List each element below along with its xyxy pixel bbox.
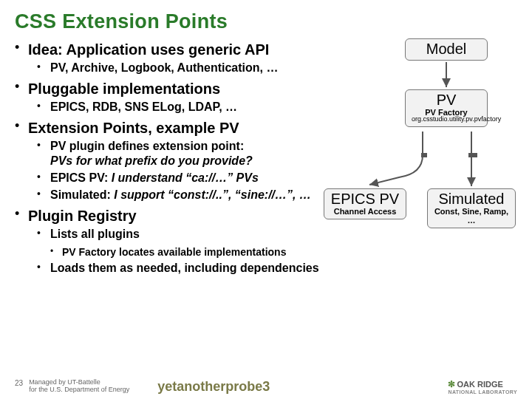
diagram-box-epics: EPICS PV Channel Access: [324, 188, 406, 219]
bullet-extpoints: Extension Points, example PV: [28, 119, 239, 137]
bullet-idea: Idea: Application uses generic API: [28, 41, 269, 59]
bullet-list: • Idea: Application uses generic API • P…: [15, 41, 517, 276]
bullet-registry-loads: Loads them as needed, including dependen…: [50, 261, 319, 276]
oakridge-logo: OAK RIDGE NATIONAL LABORATORY: [448, 379, 517, 395]
footer-managed: Managed by UT-Battellefor the U.S. Depar…: [29, 379, 129, 394]
slide-title: CSS Extension Points: [15, 10, 517, 33]
bullet-epicspv: EPICS PV: I understand “ca://…” PVs: [50, 171, 259, 185]
bullet-registry-factory: PV Factory locates available implementat…: [62, 246, 286, 258]
bullet-pluggable: Pluggable implementations: [28, 80, 220, 98]
bullet-registry-lists: Lists all plugins: [50, 227, 140, 242]
slide-number: 23: [15, 379, 23, 387]
bullet-registry: Plugin Registry: [28, 207, 137, 225]
diagram-box-model: Model: [405, 38, 488, 61]
footer-probe: yetanotherprobe3: [157, 379, 270, 395]
diagram-box-simulated: Simulated Const, Sine, Ramp, …: [427, 188, 516, 228]
diagram-box-pv: PV PV Factory org.csstudio.utility.pv.pv…: [405, 89, 488, 127]
bullet-plugin-def: PV plugin defines extension point: PVs f…: [50, 139, 253, 168]
bullet-simulated: Simulated: I support “const://..”, “sine…: [50, 188, 311, 202]
slide-footer: 23 Managed by UT-Battellefor the U.S. De…: [0, 379, 532, 395]
bullet-pluggable-sub: EPICS, RDB, SNS ELog, LDAP, …: [50, 100, 237, 115]
bullet-idea-sub: PV, Archive, Logbook, Authentication, …: [50, 61, 278, 75]
